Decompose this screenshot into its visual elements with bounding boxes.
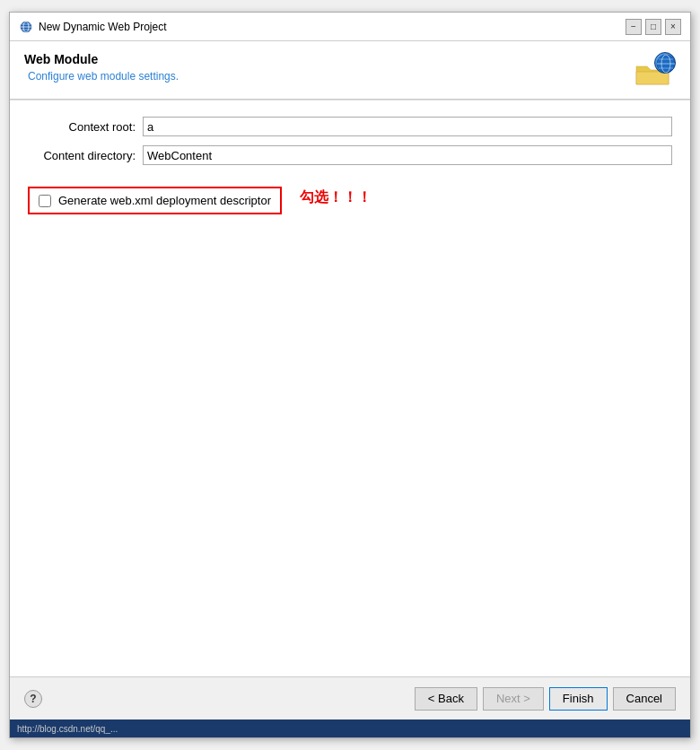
finish-button[interactable]: Finish (549, 687, 608, 711)
cancel-button[interactable]: Cancel (613, 687, 676, 711)
watermark-text: http://blog.csdn.net/qq_... (17, 724, 118, 734)
content-directory-row: Content directory: (28, 145, 672, 165)
content-directory-label: Content directory: (28, 149, 136, 162)
content-area: Context root: Content directory: Generat… (10, 100, 690, 231)
window-icon (19, 20, 33, 34)
help-button[interactable]: ? (24, 690, 42, 708)
footer-buttons: < Back Next > Finish Cancel (415, 687, 676, 711)
page-title: Web Module (24, 52, 179, 66)
checkbox-area: Generate web.xml deployment descriptor 勾… (28, 181, 672, 214)
context-root-input[interactable] (143, 117, 672, 136)
header-section: Web Module Configure web module settings… (10, 41, 690, 100)
context-root-label: Context root: (28, 120, 136, 134)
page-subtitle: Configure web module settings. (28, 70, 179, 83)
footer-left: ? (24, 690, 42, 708)
dialog-window: New Dynamic Web Project − □ × Web Module… (9, 12, 691, 738)
generate-webxml-row: Generate web.xml deployment descriptor (28, 187, 282, 214)
header-text: Web Module Configure web module settings… (24, 52, 179, 83)
generate-webxml-checkbox[interactable] (39, 195, 51, 207)
title-bar: New Dynamic Web Project − □ × (10, 13, 690, 41)
maximize-button[interactable]: □ (645, 19, 661, 35)
globe-icon (654, 52, 676, 74)
content-directory-input[interactable] (143, 145, 672, 165)
title-bar-left: New Dynamic Web Project (19, 20, 167, 34)
minimize-button[interactable]: − (626, 19, 642, 35)
back-button[interactable]: < Back (415, 687, 477, 711)
window-title: New Dynamic Web Project (39, 21, 167, 33)
watermark-bar: http://blog.csdn.net/qq_... (10, 719, 690, 737)
context-root-row: Context root: (28, 117, 672, 136)
annotation-text: 勾选！！！ (300, 188, 372, 207)
close-button[interactable]: × (665, 19, 681, 35)
next-button[interactable]: Next > (483, 687, 544, 711)
generate-webxml-label[interactable]: Generate web.xml deployment descriptor (58, 194, 271, 207)
title-bar-controls: − □ × (626, 19, 681, 35)
main-content: Context root: Content directory: Generat… (10, 100, 690, 676)
footer: ? < Back Next > Finish Cancel (10, 676, 690, 719)
header-icon (634, 52, 676, 88)
